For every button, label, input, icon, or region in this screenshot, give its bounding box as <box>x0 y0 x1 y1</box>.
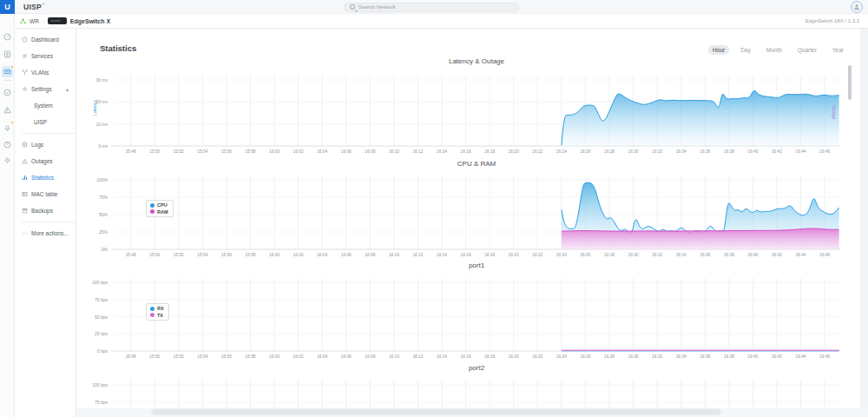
search-input[interactable]: Search Network <box>344 3 519 12</box>
x-tick-label: 16:30 <box>622 149 645 154</box>
y-tick-label: 75 bps <box>80 297 108 302</box>
notification-badge <box>10 65 14 69</box>
rail-warning-triangle-icon[interactable] <box>2 104 13 116</box>
series-ram-area <box>562 228 839 249</box>
legend-label: TX <box>157 313 163 318</box>
sidebar-item-mac-table[interactable]: MAC table <box>15 186 76 202</box>
horizontal-scrollbar[interactable] <box>152 409 720 414</box>
sidebar-item-dashboard[interactable]: Dashboard <box>15 31 76 48</box>
y-tick-label: 0% <box>80 247 108 252</box>
device-thumbnail <box>48 17 67 24</box>
sidebar-item-logs[interactable]: Logs <box>15 136 76 153</box>
x-tick-label: 16:02 <box>287 253 310 257</box>
sidebar-item-label: VLANs <box>31 70 49 76</box>
x-tick-label: 16:44 <box>790 354 812 359</box>
gauge-icon <box>3 33 11 41</box>
x-tick-label: 16:40 <box>741 354 764 359</box>
x-tick-label: 16:10 <box>383 253 405 257</box>
rail-gauge-icon[interactable] <box>2 31 13 43</box>
x-tick-label: 16:38 <box>718 253 740 257</box>
x-tick-label: 16:16 <box>455 253 477 257</box>
sidebar-item-vlans[interactable]: VLANs <box>15 64 76 81</box>
device-bar: WR › EdgeSwitch X EdgeSwitch 18X / 1.3.1 <box>15 14 868 29</box>
x-tick-label: 16:04 <box>311 149 333 154</box>
x-tick-label: 16:30 <box>622 253 645 257</box>
x-tick-label: 16:42 <box>766 253 788 257</box>
ubiquiti-logo[interactable]: U <box>0 0 15 14</box>
sidebar-item-backups[interactable]: Backups <box>15 202 76 219</box>
x-tick-label: 16:36 <box>694 253 716 257</box>
sidebar-item-label: Settings <box>31 86 52 92</box>
rail-contacts-icon[interactable] <box>2 49 13 60</box>
x-tick-label: 16:12 <box>406 149 429 154</box>
x-tick-label: 16:34 <box>670 253 693 257</box>
notification-badge <box>10 121 14 124</box>
legend-label: RAM <box>157 209 168 215</box>
right-gutter <box>860 29 868 417</box>
legend-label: CPU <box>157 202 168 208</box>
x-tick-label: 16:28 <box>598 253 621 257</box>
services-icon <box>22 53 28 59</box>
gear-icon <box>22 86 28 92</box>
search-placeholder: Search Network <box>358 4 396 10</box>
y-tick-label: 0 bps <box>80 348 108 354</box>
x-tick-label: 16:30 <box>622 354 645 359</box>
chart-latency-outage <box>111 76 840 146</box>
x-tick-label: 16:46 <box>813 354 836 359</box>
breadcrumb: WR › EdgeSwitch X <box>15 17 110 24</box>
sidebar-item-system[interactable]: System <box>15 97 76 114</box>
sidebar-item-settings[interactable]: Settings▲ <box>15 81 76 97</box>
rail-help-icon[interactable]: ? <box>2 139 13 150</box>
y-tick-label: 100 bps <box>80 382 108 387</box>
x-tick-label: 16:28 <box>598 354 621 359</box>
brand-name: UISP™ <box>23 3 45 11</box>
sidebar-item-more-actions[interactable]: More actions... <box>15 225 76 242</box>
sidebar-item-label: Logs <box>31 142 43 148</box>
sidebar-item-label: More actions... <box>31 230 69 236</box>
legend-item-cpu: CPU <box>150 202 168 208</box>
x-tick-label: 15:50 <box>143 354 166 359</box>
rail-gear-icon[interactable] <box>2 155 13 166</box>
x-tick-label: 16:32 <box>646 149 668 154</box>
x-tick-label: 16:26 <box>574 253 596 257</box>
chevron-up-icon: ▲ <box>65 87 69 92</box>
top-bar: U UISP™ Search Network <box>0 0 868 14</box>
vlans-icon <box>22 70 28 76</box>
x-tick-label: 16:36 <box>694 149 716 154</box>
x-tick-label: 16:00 <box>263 253 286 257</box>
chart-legend-port1: RXTX <box>146 303 169 321</box>
legend-dot <box>150 203 155 208</box>
person-icon <box>853 3 860 10</box>
sidebar-item-services[interactable]: Services <box>15 48 76 64</box>
search-icon <box>350 4 355 10</box>
x-tick-label: 16:10 <box>383 354 405 359</box>
sidebar-item-label: Services <box>31 53 53 59</box>
y-tick-label: 75% <box>80 195 108 200</box>
svg-text:?: ? <box>6 142 9 147</box>
user-avatar[interactable] <box>851 1 863 13</box>
rail-check-circle-icon[interactable] <box>2 87 13 98</box>
x-tick-label: 16:18 <box>478 354 501 359</box>
x-tick-label: 16:00 <box>263 149 286 154</box>
legend-label: RX <box>157 306 164 311</box>
rail-devices-icon[interactable] <box>2 66 13 77</box>
device-name[interactable]: EdgeSwitch X <box>70 18 110 24</box>
sidebar-item-statistics[interactable]: Statistics <box>15 169 76 186</box>
x-tick-label: 15:48 <box>120 354 142 359</box>
chart-title-latency-outage: Latency & Outage <box>381 57 572 65</box>
vertical-scrollbar-thumb[interactable] <box>848 65 852 100</box>
x-tick-label: 16:44 <box>790 253 812 257</box>
rail-bell-icon[interactable] <box>2 122 13 133</box>
x-tick-label: 16:06 <box>335 253 358 257</box>
x-tick-label: 16:02 <box>287 149 310 154</box>
y-tick-label: 25 bps <box>80 331 108 336</box>
legend-item-rx: RX <box>150 306 164 311</box>
sidebar-item-uisp[interactable]: UISP <box>15 114 76 130</box>
x-tick-label: 16:42 <box>766 149 788 154</box>
breadcrumb-site-link[interactable]: WR <box>30 18 39 24</box>
x-tick-label: 16:40 <box>741 149 764 154</box>
box-icon <box>22 208 28 214</box>
sidebar-item-outages[interactable]: Outages <box>15 153 76 169</box>
gauge-icon <box>22 36 28 43</box>
x-tick-label: 16:04 <box>311 253 333 257</box>
